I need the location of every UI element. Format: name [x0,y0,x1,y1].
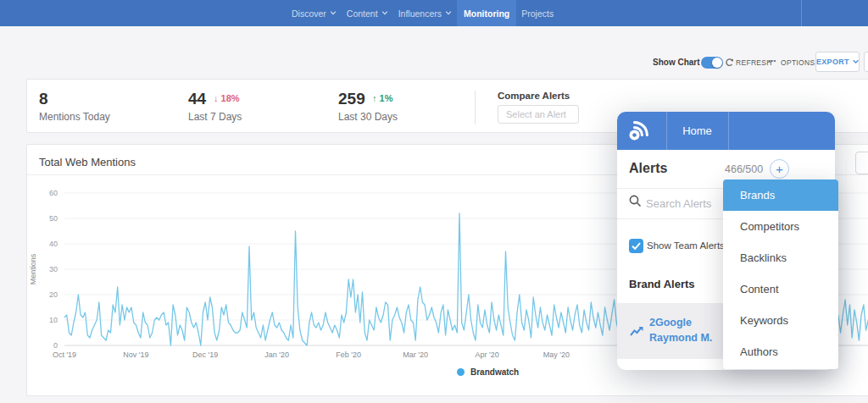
chart-legend: Brandwatch [457,367,519,377]
stat-value: 44 [188,90,206,108]
refresh-icon [725,58,734,67]
search-alerts-input[interactable]: Search Alerts [646,197,711,210]
svg-text:30: 30 [49,265,58,273]
navbar-divider [801,0,802,26]
svg-text:50: 50 [49,214,58,223]
stat-label: Last 7 Days [188,111,242,123]
stat-value: 259 [338,90,365,108]
svg-text:0: 0 [53,341,58,350]
alert-owner: Raymond M. [649,332,712,344]
menu-item-authors[interactable]: Authors [723,336,838,367]
toggle-knob [712,58,722,68]
svg-text:40: 40 [49,240,58,248]
svg-text:60: 60 [49,189,58,197]
export-label: EXPORT [816,58,849,66]
legend-label: Brandwatch [470,367,519,377]
alert-type-menu: BrandsCompetitorsBacklinksContentKeyword… [723,179,838,369]
nav-item-influencers[interactable]: Influencers [393,0,457,26]
checkmark-icon [629,239,643,253]
stat-label: Last 30 Days [338,111,398,123]
export-button[interactable]: EXPORT [815,52,860,72]
svg-text:Dec '19: Dec '19 [192,351,218,359]
svg-text:Feb '20: Feb '20 [336,351,361,359]
menu-item-brands[interactable]: Brands [723,179,838,211]
svg-text:Jan '20: Jan '20 [264,351,289,359]
header-divider [728,112,729,150]
stat-label: Mentions Today [39,111,110,123]
cutoff-button[interactable] [864,52,868,72]
nav-item-content[interactable]: Content [342,0,393,26]
chart-title: Total Web Mentions [39,156,136,168]
nav-menu: DiscoverContentInfluencersMonitoringProj… [287,0,559,26]
svg-text:Oct '19: Oct '19 [53,351,76,359]
chevron-down-icon [445,11,452,15]
chevron-down-icon [330,11,337,15]
stat-delta: ↑ 1% [372,93,392,103]
svg-text:May '20: May '20 [543,351,570,359]
svg-text:Nov '19: Nov '19 [123,351,148,359]
menu-item-competitors[interactable]: Competitors [723,211,838,242]
add-alert-button[interactable]: + [770,159,789,179]
brand-logo-icon [627,119,651,142]
team-alerts-checkbox[interactable] [629,239,643,253]
svg-text:Mar '20: Mar '20 [403,351,428,359]
trend-up-icon [630,326,644,337]
nav-item-label: Content [347,8,378,19]
alert-name: 2Google [649,317,692,328]
nav-item-label: Discover [292,8,326,19]
nav-item-discover[interactable]: Discover [287,0,342,26]
stats-divider [475,91,476,124]
chevron-down-icon [381,11,388,15]
stat-delta: ↓ 18% [214,93,240,103]
show-chart-label: Show Chart [653,58,700,67]
legend-dot-icon [457,368,465,376]
svg-text:Mentions: Mentions [29,253,37,284]
refresh-button[interactable]: REFRESH [736,58,772,67]
menu-item-content[interactable]: Content [723,273,838,305]
compare-alerts-select[interactable]: Select an Alert [498,105,579,124]
menu-item-backlinks[interactable]: Backlinks [723,242,838,273]
alerts-count: 466/500 [725,163,763,175]
nav-item-projects[interactable]: Projects [516,0,559,26]
nav-item-label: Influencers [398,8,442,19]
svg-text:10: 10 [49,316,58,324]
team-alerts-label: Show Team Alerts [647,240,725,251]
menu-item-keywords[interactable]: Keywords [723,305,838,336]
options-button[interactable]: OPTIONS [781,58,815,67]
options-dots-icon: ••• [768,57,776,64]
nav-item-label: Monitoring [464,8,509,19]
nav-item-label: Projects [521,8,554,19]
nav-item-monitoring[interactable]: Monitoring [457,0,516,26]
search-icon [629,195,642,207]
chevron-down-icon [853,59,859,64]
compare-alerts-label: Compare Alerts [498,91,570,101]
home-tab[interactable]: Home [666,124,728,137]
svg-text:20: 20 [49,290,58,299]
alerts-title: Alerts [629,161,667,176]
panel-header: Home [617,112,835,150]
show-chart-toggle[interactable] [701,57,723,69]
chart-control-cutoff[interactable] [855,152,868,174]
brand-alerts-heading: Brand Alerts [629,278,695,290]
svg-text:Apr '20: Apr '20 [476,351,499,359]
stat-value: 8 [39,90,48,108]
